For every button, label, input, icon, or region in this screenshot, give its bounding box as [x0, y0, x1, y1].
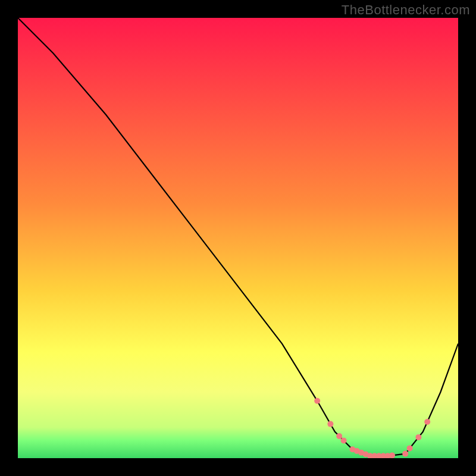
- valley-dot: [327, 421, 333, 427]
- watermark-text: TheBottlenecker.com: [342, 2, 470, 18]
- valley-dot: [424, 419, 430, 425]
- valley-dot: [314, 398, 320, 404]
- chart-frame: TheBottlenecker.com: [0, 0, 476, 476]
- plot-svg: [18, 18, 458, 458]
- valley-dot: [341, 437, 347, 443]
- valley-dot: [415, 434, 421, 440]
- gradient-background: [18, 18, 458, 458]
- plot-area: [18, 18, 458, 458]
- valley-dot: [336, 433, 342, 439]
- valley-dot: [389, 452, 395, 458]
- valley-dot: [407, 445, 413, 451]
- valley-dot: [402, 451, 408, 457]
